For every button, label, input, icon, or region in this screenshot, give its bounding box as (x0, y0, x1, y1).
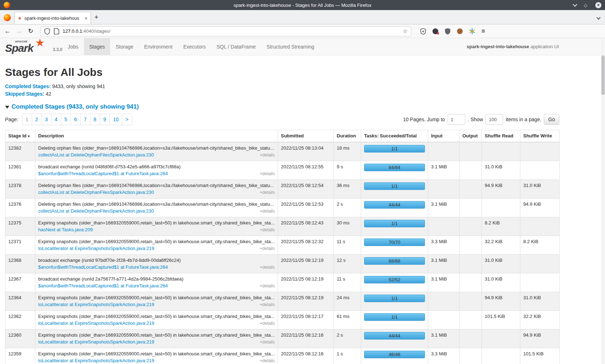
new-tab-button[interactable]: + (94, 13, 98, 21)
output-cell (460, 199, 482, 217)
stage-id-cell: 12362 (5, 311, 35, 329)
nav-item-structured-streaming[interactable]: Structured Streaming (261, 38, 319, 55)
page-button-7[interactable]: 7 (80, 114, 90, 125)
duration-cell: 2 s (334, 329, 361, 348)
shuffle-read-cell (482, 329, 520, 348)
details-toggle[interactable]: +details (260, 208, 275, 215)
header-input[interactable]: Input (428, 130, 460, 142)
details-toggle[interactable]: +details (260, 301, 275, 308)
shuffle-read-cell: 101.5 KiB (482, 311, 520, 329)
shuffle-read-cell: 94.9 KiB (482, 292, 520, 311)
stage-callsite-link[interactable]: toLocalIterator at ExpireSnapshotsSparkA… (38, 357, 154, 364)
page-button-5[interactable]: 5 (61, 114, 71, 125)
colorful-asterisk-icon[interactable] (469, 28, 475, 35)
header-stage-id[interactable]: Stage Id ▾ (5, 130, 35, 142)
table-row: 12381 broadcast exchange (runId 048fd06f… (5, 161, 560, 180)
details-toggle[interactable]: +details (260, 227, 275, 233)
nav-item-executors[interactable]: Executors (178, 38, 211, 55)
page-info-icon[interactable] (53, 28, 60, 35)
page-button-1[interactable]: 1 (22, 114, 32, 125)
page-button-6[interactable]: 6 (71, 114, 81, 125)
close-window-icon[interactable]: × (595, 2, 601, 8)
details-toggle[interactable]: +details (260, 189, 275, 196)
nav-item-environment[interactable]: Environment (139, 38, 178, 55)
description-cell: broadcast exchange (runId 2a75677f-a771-… (35, 273, 278, 292)
details-toggle[interactable]: +details (260, 358, 275, 364)
bookmark-star-icon[interactable]: ☆ (403, 28, 408, 35)
stage-callsite-link[interactable]: hasNext at Tasks.java:209 (38, 226, 93, 233)
page-button-9[interactable]: 9 (100, 114, 110, 125)
details-toggle[interactable]: +details (260, 245, 275, 252)
completed-stages-link[interactable]: Completed Stages: (5, 83, 51, 89)
details-toggle[interactable]: +details (260, 283, 275, 290)
description-cell: Expiring snapshots (older_than=166932055… (35, 217, 278, 236)
details-toggle[interactable]: +details (260, 264, 275, 271)
page-button-2[interactable]: 2 (32, 114, 42, 125)
stage-description: Deleting orphan files (older_than=166910… (38, 145, 275, 151)
browser-tab[interactable]: ★ spark-ingest-into-lakehous × (14, 12, 91, 24)
stages-table: Stage Id ▾ Description Submitted Duratio… (5, 130, 560, 364)
header-duration[interactable]: Duration (334, 130, 361, 142)
scrollbar-thumb[interactable] (601, 55, 605, 95)
stage-callsite-link[interactable]: toLocalIterator at ExpireSnapshotsSparkA… (38, 320, 154, 327)
details-toggle[interactable]: +details (260, 320, 275, 327)
stage-callsite-link[interactable]: $anonfun$withThreadLocalCaptured$1 at Fu… (38, 282, 168, 289)
details-toggle[interactable]: +details (260, 339, 275, 346)
stage-callsite-link[interactable]: toLocalIterator at ExpireSnapshotsSparkA… (38, 338, 154, 345)
url-bar[interactable]: 127.0.0.1:4040/stages/ ☆ (40, 26, 411, 36)
stage-callsite-link[interactable]: toLocalIterator at ExpireSnapshotsSparkA… (38, 245, 154, 252)
vertical-scrollbar[interactable] (601, 38, 605, 364)
page-button-8[interactable]: 8 (90, 114, 100, 125)
header-output[interactable]: Output (460, 130, 482, 142)
page-button-4[interactable]: 4 (51, 114, 61, 125)
list-all-tabs-button[interactable] (597, 16, 600, 19)
details-toggle[interactable]: +details (260, 152, 275, 159)
page-button-3[interactable]: 3 (41, 114, 51, 125)
nav-item-storage[interactable]: Storage (110, 38, 139, 55)
header-shuffle-read[interactable]: Shuffle Read (482, 130, 520, 142)
stage-callsite-link[interactable]: $anonfun$withThreadLocalCaptured$1 at Fu… (38, 170, 168, 177)
header-shuffle-write[interactable]: Shuffle Write (520, 130, 560, 142)
header-tasks[interactable]: Tasks: Succeeded/Total (361, 130, 428, 142)
stage-callsite-link[interactable]: collectAsList at DeleteOrphanFilesSparkA… (38, 151, 154, 158)
completed-stages-section-header[interactable]: Completed Stages (9433, only showing 941… (5, 103, 559, 110)
stage-description: Expiring snapshots (older_than=166932055… (38, 294, 275, 301)
duration-cell: 30 ms (334, 217, 361, 236)
nav-item-sql-dataframe[interactable]: SQL / DataFrame (211, 38, 261, 55)
stage-callsite-link[interactable]: toLocalIterator at ExpireSnapshotsSparkA… (38, 301, 154, 308)
jump-to-text: 10 Pages. Jump to (403, 117, 445, 122)
duration-cell: 36 ms (334, 180, 361, 199)
go-button[interactable]: Go (544, 114, 559, 125)
table-row: 12368 broadcast exchange (runId 97bdf70e… (5, 255, 560, 273)
account-mask-icon[interactable] (433, 28, 438, 34)
stage-description: Deleting orphan files (older_than=166910… (38, 201, 275, 208)
stage-callsite-link[interactable]: $anonfun$withThreadLocalCaptured$1 at Fu… (38, 264, 168, 270)
ublock-shield-icon[interactable] (444, 28, 451, 35)
nav-item-jobs[interactable]: Jobs (62, 38, 84, 55)
header-submitted[interactable]: Submitted (278, 130, 334, 142)
maximize-icon[interactable]: ◇ (584, 3, 587, 8)
show-items-input[interactable] (485, 114, 503, 125)
task-count-label: 84/84 (389, 165, 400, 170)
details-toggle[interactable]: +details (260, 170, 275, 177)
pocket-shield-icon[interactable] (420, 28, 426, 35)
url-text[interactable]: 127.0.0.1:4040/stages/ (63, 28, 400, 34)
shield-icon[interactable] (44, 28, 50, 35)
close-tab-icon[interactable]: × (85, 15, 88, 21)
tasks-cell: 1/1 (361, 142, 428, 161)
page-button->[interactable]: > (122, 114, 132, 125)
stage-callsite-link[interactable]: collectAsList at DeleteOrphanFilesSparkA… (38, 189, 154, 196)
menu-hamburger-icon[interactable]: ≡ (481, 28, 485, 35)
output-cell (460, 161, 482, 180)
skipped-stages-link[interactable]: Skipped Stages: (5, 91, 44, 97)
stage-callsite-link[interactable]: collectAsList at DeleteOrphanFilesSparkA… (38, 208, 154, 214)
cookie-icon[interactable] (457, 28, 463, 34)
jump-to-input[interactable] (448, 114, 465, 125)
header-description[interactable]: Description (35, 130, 278, 142)
reload-button[interactable]: ↻ (26, 27, 35, 35)
minimize-icon[interactable] (573, 2, 577, 7)
nav-item-stages[interactable]: Stages (84, 38, 111, 55)
back-button[interactable]: ← (3, 28, 12, 35)
page-button-10[interactable]: 10 (109, 114, 122, 125)
spark-logo[interactable]: APACHE Spark ★ (5, 38, 42, 55)
